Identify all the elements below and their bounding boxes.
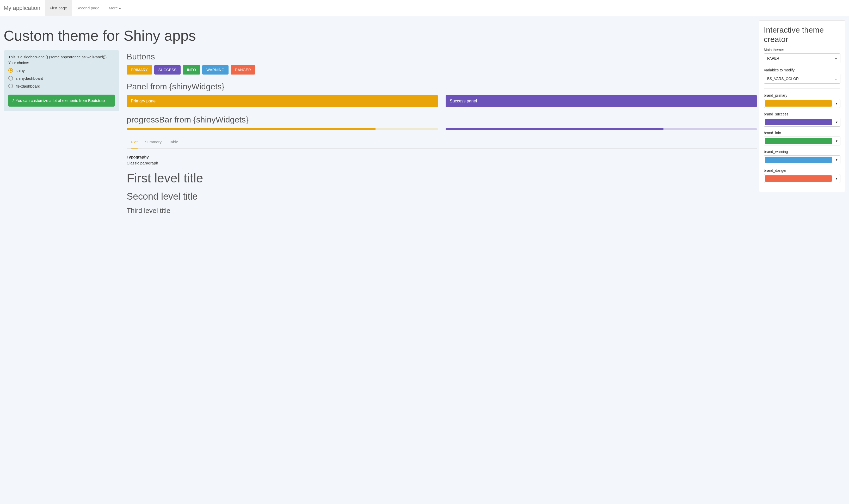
color-dropdown-icon: ▼ (833, 174, 840, 183)
select-value: PAPER (767, 56, 779, 60)
sidebar-panel: This is a sidebarPanel() (same appearanc… (4, 50, 119, 111)
vars-select[interactable]: BS_VARS_COLOR (764, 74, 841, 84)
color-picker-brand-success[interactable]: ▼ (764, 118, 841, 127)
panel-title: Panel from {shinyWidgets} (127, 82, 757, 91)
color-swatch (765, 175, 832, 182)
success-button[interactable]: SUCCESS (154, 65, 181, 74)
primary-panel: Primary panel (127, 95, 438, 107)
typography-h2: Second level title (127, 191, 757, 202)
caret-down-icon (835, 56, 837, 60)
typography-h3: Third level title (127, 206, 757, 215)
progress-bar-primary (127, 128, 438, 130)
color-field-brand-warning: brand_warning ▼ (764, 149, 841, 164)
main-panel: Buttons PRIMARY SUCCESS INFO WARNING DAN… (127, 50, 845, 218)
color-dropdown-icon: ▼ (833, 137, 840, 145)
color-swatch (765, 100, 832, 107)
radio-option-shiny[interactable]: shiny (8, 67, 115, 74)
theme-creator-panel: Interactive theme creator Main theme: PA… (759, 20, 845, 192)
radio-label: shiny (16, 68, 25, 73)
radio-label: shinydashboard (16, 76, 43, 80)
app-brand: My application (4, 5, 45, 12)
color-field-brand-success: brand_success ▼ (764, 112, 841, 127)
navbar-nav: First page Second page More (45, 0, 126, 16)
typography-heading: Typography (127, 155, 757, 159)
main-theme-label: Main theme: (764, 48, 841, 52)
tab-summary[interactable]: Summary (145, 136, 162, 148)
radio-icon (8, 68, 13, 73)
color-swatch (765, 119, 832, 125)
progress-bar-success (446, 128, 757, 130)
tab-plot[interactable]: Plot (131, 136, 138, 148)
color-picker-brand-warning[interactable]: ▼ (764, 155, 841, 164)
color-dropdown-icon: ▼ (833, 156, 840, 164)
color-picker-brand-info[interactable]: ▼ (764, 137, 841, 145)
caret-down-icon (835, 77, 837, 81)
vars-label: Variables to modify: (764, 68, 841, 72)
color-label: brand_success (764, 112, 841, 116)
radio-option-shinydashboard[interactable]: shinydashboard (8, 74, 115, 82)
nav-item-label: More (109, 6, 118, 10)
progress-fill (446, 128, 664, 130)
main-row: This is a sidebarPanel() (same appearanc… (4, 50, 845, 218)
typography-h1: First level title (127, 171, 757, 185)
tab-table[interactable]: Table (169, 136, 178, 148)
nav-item-second-page[interactable]: Second page (72, 0, 104, 16)
primary-button[interactable]: PRIMARY (127, 65, 152, 74)
tabset: Plot Summary Table (127, 136, 757, 148)
color-swatch (765, 138, 832, 144)
sidebar-choice-label: Your choice: (8, 61, 115, 65)
warning-button[interactable]: WARNING (202, 65, 229, 74)
caret-down-icon (119, 6, 121, 10)
sidebar-intro: This is a sidebarPanel() (same appearanc… (8, 55, 115, 59)
radio-icon (8, 84, 13, 88)
page-body: Custom theme for Shiny apps This is a si… (0, 16, 849, 221)
color-label: brand_info (764, 131, 841, 135)
color-swatch (765, 157, 832, 163)
select-value: BS_VARS_COLOR (767, 77, 799, 81)
nav-item-more[interactable]: More (104, 0, 126, 16)
radio-label: flexdashboard (16, 84, 40, 88)
color-field-brand-info: brand_info ▼ (764, 131, 841, 145)
color-picker-brand-danger[interactable]: ▼ (764, 174, 841, 183)
color-label: brand_primary (764, 93, 841, 97)
radio-icon (8, 76, 13, 80)
color-dropdown-icon: ▼ (833, 99, 840, 108)
color-label: brand_warning (764, 149, 841, 154)
page-title: Custom theme for Shiny apps (4, 27, 845, 44)
alert-text: You can customize a lot of elements from… (16, 98, 105, 103)
typography-paragraph: Classic paragraph (127, 161, 757, 165)
button-row: PRIMARY SUCCESS INFO WARNING DANGER (127, 65, 757, 74)
danger-button[interactable]: DANGER (231, 65, 255, 74)
color-dropdown-icon: ▼ (833, 118, 840, 126)
panel-row: Primary panel Success panel (127, 95, 757, 107)
color-field-brand-primary: brand_primary ▼ (764, 93, 841, 108)
theme-panel-title: Interactive theme creator (764, 25, 841, 44)
info-icon: i (13, 98, 14, 103)
divider (764, 88, 841, 89)
progress-fill (127, 128, 376, 130)
radio-group: shiny shinydashboard flexdashboard (8, 67, 115, 90)
nav-item-label: Second page (76, 6, 99, 10)
color-picker-brand-primary[interactable]: ▼ (764, 99, 841, 108)
buttons-title: Buttons (127, 52, 757, 61)
color-field-brand-danger: brand_danger ▼ (764, 168, 841, 183)
info-button[interactable]: INFO (183, 65, 200, 74)
nav-item-first-page[interactable]: First page (45, 0, 72, 16)
main-theme-select[interactable]: PAPER (764, 53, 841, 63)
typography-section: Typography Classic paragraph First level… (127, 155, 757, 215)
nav-item-label: First page (50, 6, 67, 10)
radio-option-flexdashboard[interactable]: flexdashboard (8, 82, 115, 90)
progress-title: progressBar from {shinyWidgets} (127, 115, 757, 125)
success-panel: Success panel (446, 95, 757, 107)
progress-row (127, 128, 757, 130)
alert-success: i You can customize a lot of elements fr… (8, 95, 115, 107)
color-label: brand_danger (764, 168, 841, 173)
navbar: My application First page Second page Mo… (0, 0, 849, 16)
